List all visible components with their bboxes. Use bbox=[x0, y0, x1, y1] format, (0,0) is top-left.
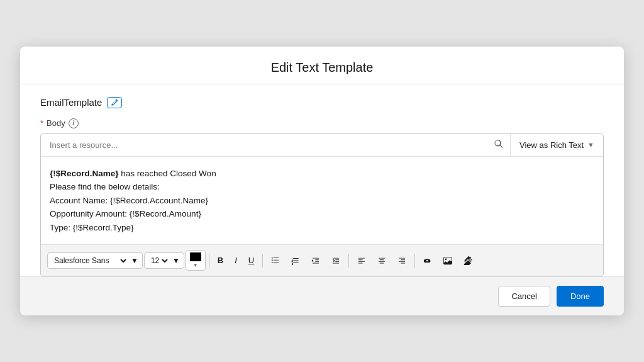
separator-4 bbox=[414, 254, 415, 268]
resource-row: View as Rich Text ▼ bbox=[41, 134, 603, 157]
list-ol-icon bbox=[291, 256, 300, 265]
editor-container: View as Rich Text ▼ {!$Record.Name} has … bbox=[40, 133, 604, 277]
view-rich-text-label: View as Rich Text bbox=[519, 140, 584, 150]
indent-left-icon bbox=[311, 256, 320, 265]
text-line-2: Please find the below details: bbox=[50, 180, 594, 194]
done-button[interactable]: Done bbox=[557, 286, 604, 307]
align-center-icon bbox=[377, 256, 386, 265]
body-label-row: * Body i bbox=[40, 118, 604, 128]
font-size-select[interactable]: 891011 121416 182436 bbox=[148, 256, 170, 266]
template-name-label: EmailTemplate bbox=[40, 97, 102, 108]
color-swatch bbox=[190, 252, 201, 261]
align-center-button[interactable] bbox=[372, 253, 391, 268]
separator-1 bbox=[209, 254, 209, 268]
underline-button[interactable]: U bbox=[243, 252, 259, 268]
chevron-down-icon: ▼ bbox=[587, 141, 594, 149]
resource-input[interactable] bbox=[47, 134, 494, 156]
italic-button[interactable]: I bbox=[230, 252, 242, 268]
text-line-3: Account Name: {!$Record.Account.Name} bbox=[50, 194, 594, 208]
image-icon bbox=[443, 256, 452, 265]
font-family-select[interactable]: Salesforce Sans Arial Times New Roman Co… bbox=[52, 256, 128, 266]
text-line-1-bold: {!$Record.Name} bbox=[50, 169, 119, 178]
clear-format-icon bbox=[464, 256, 472, 265]
required-star: * bbox=[40, 118, 43, 128]
separator-2 bbox=[262, 254, 263, 268]
size-chevron-icon: ▼ bbox=[172, 256, 180, 265]
separator-3 bbox=[348, 254, 349, 268]
modal-title: Edit Text Template bbox=[40, 60, 604, 75]
text-line-4: Opportunity Amount: {!$Record.Amount} bbox=[50, 207, 594, 221]
list-ul-icon bbox=[271, 256, 280, 265]
text-color-button[interactable]: ▼ bbox=[186, 250, 206, 271]
search-icon bbox=[494, 139, 504, 150]
align-left-button[interactable] bbox=[352, 253, 371, 268]
text-line-5: Type: {!$Record.Type} bbox=[50, 221, 594, 235]
template-name-row: EmailTemplate bbox=[40, 97, 604, 108]
text-line-1: {!$Record.Name} has reached Closed Won bbox=[50, 167, 594, 181]
resource-input-wrap bbox=[41, 134, 511, 156]
unordered-list-button[interactable] bbox=[266, 253, 285, 268]
modal-header: Edit Text Template bbox=[20, 47, 624, 84]
indent-increase-button[interactable] bbox=[326, 253, 345, 268]
modal-container: Edit Text Template EmailTemplate * Body … bbox=[20, 47, 624, 316]
align-right-button[interactable] bbox=[392, 253, 411, 268]
insert-image-button[interactable] bbox=[438, 253, 457, 268]
text-content-area[interactable]: {!$Record.Name} has reached Closed Won P… bbox=[41, 157, 603, 246]
formatting-toolbar: Salesforce Sans Arial Times New Roman Co… bbox=[41, 245, 603, 276]
font-chevron-icon: ▼ bbox=[131, 256, 138, 265]
font-family-select-wrapper[interactable]: Salesforce Sans Arial Times New Roman Co… bbox=[47, 252, 143, 269]
ordered-list-button[interactable] bbox=[286, 253, 305, 268]
body-label: Body bbox=[47, 118, 65, 128]
bold-button[interactable]: B bbox=[213, 252, 228, 268]
insert-link-button[interactable] bbox=[418, 253, 437, 268]
color-chevron-icon: ▼ bbox=[193, 263, 198, 268]
align-left-icon bbox=[357, 256, 366, 265]
font-size-select-wrapper[interactable]: 891011 121416 182436 ▼ bbox=[144, 252, 184, 269]
indent-decrease-button[interactable] bbox=[306, 253, 325, 268]
align-right-icon bbox=[397, 256, 406, 265]
pencil-icon bbox=[111, 99, 118, 106]
info-icon: i bbox=[69, 118, 79, 128]
modal-footer: Cancel Done bbox=[20, 276, 624, 315]
edit-template-name-button[interactable] bbox=[107, 97, 122, 108]
modal-body: EmailTemplate * Body i bbox=[20, 84, 624, 277]
clear-formatting-button[interactable] bbox=[458, 253, 477, 268]
cancel-button[interactable]: Cancel bbox=[498, 286, 550, 307]
view-as-rich-text-button[interactable]: View as Rich Text ▼ bbox=[511, 134, 603, 156]
indent-right-icon bbox=[331, 256, 340, 265]
link-icon bbox=[423, 256, 432, 265]
